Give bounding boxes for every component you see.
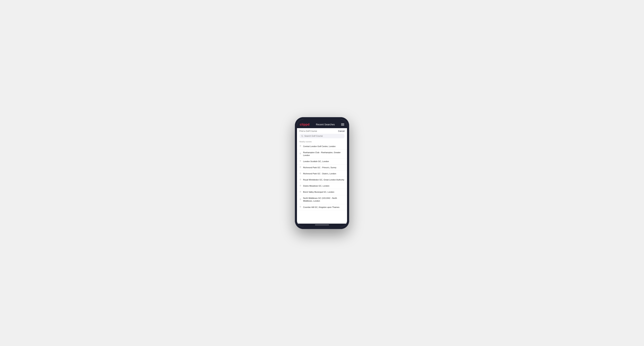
location-pin-icon: [300, 198, 301, 201]
svg-line-1: [302, 136, 303, 137]
location-pin-icon: [300, 179, 301, 181]
course-name: Roehampton Club - Roehampton, Greater Lo…: [303, 151, 344, 157]
nearby-courses-label: Nearby courses: [297, 140, 347, 143]
course-list-item[interactable]: Brent Valley Municipal GC, London: [297, 189, 347, 195]
location-pin-icon: [300, 166, 301, 169]
find-header: Find a Golf Course Cancel: [297, 128, 347, 134]
location-pin-icon: [300, 206, 301, 208]
course-name: London Scottish GC, London: [303, 160, 329, 163]
course-list-item[interactable]: London Scottish GC, London: [297, 159, 347, 165]
nav-bar: clippd Recent Searches: [297, 121, 347, 128]
course-list-item[interactable]: Richmond Park GC - Prince's, Surrey: [297, 165, 347, 171]
home-bar: [315, 225, 329, 225]
phone-device: clippd Recent Searches Find a Golf Cours…: [295, 117, 349, 229]
location-pin-icon: [300, 160, 301, 163]
nearby-courses-section: Nearby courses Central London Golf Centr…: [297, 140, 347, 224]
search-box[interactable]: [300, 134, 344, 138]
svg-point-10: [300, 199, 300, 199]
course-name: Brent Valley Municipal GC, London: [303, 190, 334, 193]
main-content: Find a Golf Course Cancel Nearby courses: [297, 128, 347, 224]
menu-icon[interactable]: [341, 123, 344, 126]
svg-point-9: [300, 191, 300, 192]
svg-point-6: [300, 173, 300, 173]
course-name: Dukes Meadows GC, London: [303, 184, 329, 187]
course-list-item[interactable]: Richmond Park GC - Duke's, London: [297, 171, 347, 177]
svg-point-7: [300, 179, 300, 179]
status-bar: [297, 119, 347, 121]
svg-point-11: [300, 206, 300, 207]
course-list-item[interactable]: Coombe Hill GC, Kingston upon Thames: [297, 204, 347, 210]
course-list-item[interactable]: Dukes Meadows GC, London: [297, 183, 347, 189]
svg-point-5: [300, 167, 300, 167]
course-name: Royal Wimbledon GC, Great London Authori…: [303, 178, 344, 181]
search-icon: [301, 135, 303, 137]
course-name: Richmond Park GC - Duke's, London: [303, 172, 336, 175]
svg-point-8: [300, 185, 300, 186]
course-list-item[interactable]: Roehampton Club - Roehampton, Greater Lo…: [297, 150, 347, 159]
find-golf-course-label: Find a Golf Course: [300, 130, 317, 132]
location-pin-icon: [300, 173, 301, 175]
home-indicator: [297, 224, 347, 227]
location-pin-icon: [300, 145, 301, 147]
svg-point-3: [300, 153, 300, 154]
cancel-button[interactable]: Cancel: [338, 130, 344, 132]
svg-point-4: [300, 161, 300, 161]
svg-point-2: [300, 146, 300, 146]
course-name: Richmond Park GC - Prince's, Surrey: [303, 166, 336, 169]
location-pin-icon: [300, 153, 301, 155]
app-logo: clippd: [300, 123, 310, 126]
course-list-item[interactable]: Royal Wimbledon GC, Great London Authori…: [297, 177, 347, 183]
phone-screen: clippd Recent Searches Find a Golf Cours…: [297, 119, 347, 227]
course-list-item[interactable]: Central London Golf Centre, London: [297, 143, 347, 150]
course-name: North Middlesex GC (1011942 - North Midd…: [303, 197, 344, 202]
location-pin-icon: [300, 191, 301, 193]
course-name: Coombe Hill GC, Kingston upon Thames: [303, 206, 340, 209]
courses-list: Central London Golf Centre, London Roeha…: [297, 143, 347, 210]
location-pin-icon: [300, 185, 301, 187]
course-list-item[interactable]: North Middlesex GC (1011942 - North Midd…: [297, 195, 347, 204]
search-input[interactable]: [304, 135, 343, 137]
nav-title: Recent Searches: [316, 123, 334, 126]
course-name: Central London Golf Centre, London: [303, 145, 336, 148]
search-container: [297, 134, 347, 140]
